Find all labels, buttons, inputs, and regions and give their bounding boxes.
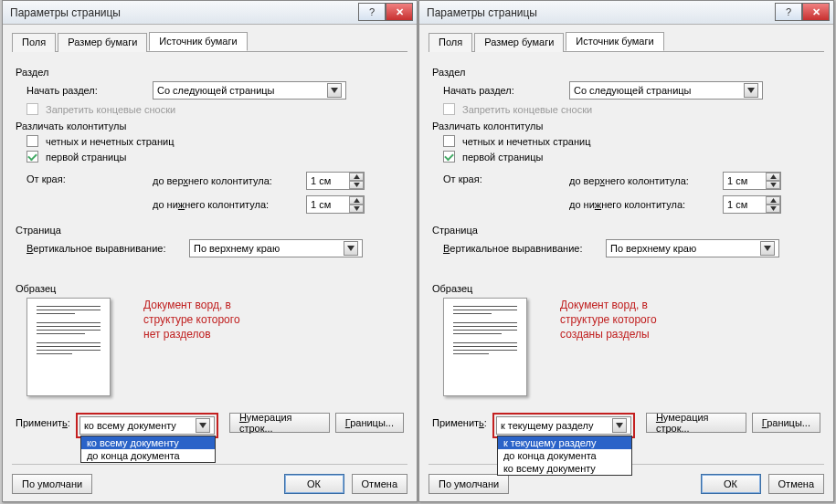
headers-header: Различать колонтитулы [16, 121, 404, 131]
spin-down-icon[interactable] [349, 181, 364, 189]
footer-distance-input[interactable]: 1 см [723, 195, 781, 214]
cancel-button[interactable]: Отмена [352, 474, 407, 494]
headers-header: Различать колонтитулы [432, 121, 820, 131]
chevron-down-icon[interactable] [327, 83, 342, 98]
page-preview [26, 298, 111, 396]
start-section-label: Начать раздел: [443, 85, 562, 96]
odd-even-checkbox[interactable] [443, 135, 455, 147]
apply-option[interactable]: к текущему разделу [498, 436, 631, 449]
valign-label: Вертикальное выравнивание: [26, 243, 182, 254]
apply-to-dropdown[interactable]: к текущему разделу до конца документа ко… [497, 436, 632, 476]
to-footer-label: до нижнего колонтитула: [153, 199, 299, 210]
to-header-label: до верхнего колонтитула: [569, 175, 715, 186]
footer-distance-input[interactable]: 1 см [306, 195, 365, 214]
apply-option[interactable]: ко всему документу [498, 462, 631, 475]
tabs: Поля Размер бумаги Источник бумаги [429, 32, 824, 52]
borders-button[interactable]: Границы... [752, 413, 820, 433]
ok-button[interactable]: ОК [701, 474, 761, 494]
titlebar[interactable]: Параметры страницы ? ✕ [3, 1, 417, 25]
apply-option[interactable]: ко всему документу [81, 436, 215, 449]
page-preview [443, 298, 527, 396]
apply-to-dropdown[interactable]: ко всему документу до конца документа [80, 436, 216, 463]
page-header: Страница [432, 225, 820, 236]
header-distance-input[interactable]: 1 см [306, 172, 365, 190]
tab-paper-source[interactable]: Источник бумаги [566, 32, 663, 51]
from-edge-label: От края: [443, 172, 562, 184]
spin-down-icon[interactable] [766, 181, 780, 189]
chevron-down-icon[interactable] [760, 241, 775, 256]
valign-label: Вертикальное выравнивание: [443, 243, 598, 254]
spin-up-icon[interactable] [349, 196, 364, 205]
start-section-label: Начать раздел: [26, 85, 145, 96]
line-numbers-button[interactable]: Нумерация строк... [229, 413, 330, 433]
suppress-endnotes-checkbox [26, 103, 38, 115]
tab-paper-size[interactable]: Размер бумаги [474, 33, 564, 52]
from-edge-label: От края: [26, 172, 145, 184]
ok-button[interactable]: ОК [284, 474, 344, 494]
to-footer-label: до нижнего колонтитула: [569, 199, 715, 210]
preview-header: Образец [432, 283, 820, 294]
spin-down-icon[interactable] [349, 205, 364, 213]
start-section-select[interactable]: Со следующей страницы [569, 81, 763, 100]
page-header: Страница [16, 225, 404, 236]
tab-fields[interactable]: Поля [429, 33, 472, 52]
suppress-endnotes-checkbox [443, 103, 455, 115]
window-title: Параметры страницы [427, 6, 537, 19]
suppress-endnotes-label: Запретить концевые сноски [46, 104, 175, 115]
valign-select[interactable]: По верхнему краю [189, 239, 363, 257]
first-page-checkbox[interactable] [26, 151, 38, 163]
chevron-down-icon[interactable] [344, 241, 358, 256]
suppress-endnotes-label: Запретить концевые сноски [462, 104, 592, 115]
titlebar[interactable]: Параметры страницы ? ✕ [419, 1, 833, 25]
odd-even-label: четных и нечетных страниц [46, 136, 174, 147]
odd-even-checkbox[interactable] [26, 135, 38, 147]
apply-to-select[interactable]: ко всему документу ко всему документу до… [79, 416, 215, 435]
spin-up-icon[interactable] [349, 173, 364, 181]
chevron-down-icon[interactable] [744, 83, 758, 98]
tab-fields[interactable]: Поля [12, 33, 56, 52]
apply-to-highlight: ко всему документу ко всему документу до… [76, 413, 218, 438]
window-title: Параметры страницы [10, 6, 121, 19]
tabs: Поля Размер бумаги Источник бумаги [12, 32, 407, 52]
first-page-label: первой страницы [46, 152, 126, 163]
spin-up-icon[interactable] [766, 173, 780, 181]
header-distance-input[interactable]: 1 см [723, 172, 781, 190]
preview-header: Образец [16, 283, 404, 294]
help-button[interactable]: ? [358, 3, 386, 21]
odd-even-label: четных и нечетных страниц [462, 136, 590, 147]
spin-up-icon[interactable] [766, 196, 780, 205]
apply-to-select[interactable]: к текущему разделу к текущему разделу до… [496, 416, 631, 435]
apply-to-highlight: к текущему разделу к текущему разделу до… [492, 413, 635, 438]
tab-paper-source[interactable]: Источник бумаги [149, 32, 247, 51]
apply-option[interactable]: до конца документа [81, 449, 215, 462]
spin-down-icon[interactable] [766, 205, 780, 213]
first-page-checkbox[interactable] [443, 151, 455, 163]
page-setup-dialog-right: Параметры страницы ? ✕ Поля Размер бумаг… [418, 0, 834, 502]
borders-button[interactable]: Границы... [335, 413, 404, 433]
start-section-select[interactable]: Со следующей страницы [153, 81, 346, 100]
annotation-text: Документ ворд, в структуре которого созд… [549, 298, 657, 342]
section-header: Раздел [432, 67, 820, 78]
line-numbers-button[interactable]: Нумерация строк... [646, 413, 746, 433]
tab-paper-size[interactable]: Размер бумаги [58, 33, 147, 52]
section-header: Раздел [16, 67, 404, 78]
annotation-text: Документ ворд, в структуре которого нет … [132, 298, 240, 342]
apply-option[interactable]: до конца документа [498, 449, 631, 462]
close-button[interactable]: ✕ [386, 3, 413, 21]
chevron-down-icon[interactable] [612, 418, 627, 433]
defaults-button[interactable]: По умолчани [429, 474, 509, 494]
to-header-label: до верхнего колонтитула: [153, 175, 299, 186]
cancel-button[interactable]: Отмена [768, 474, 824, 494]
defaults-button[interactable]: По умолчани [12, 474, 92, 494]
apply-to-label: Применить: [432, 413, 487, 428]
help-button[interactable]: ? [775, 3, 802, 21]
apply-to-label: Применить: [16, 413, 70, 428]
page-setup-dialog-left: Параметры страницы ? ✕ Поля Размер бумаг… [2, 0, 418, 502]
valign-select[interactable]: По верхнему краю [606, 239, 779, 257]
first-page-label: первой страницы [462, 152, 543, 163]
close-button[interactable]: ✕ [802, 3, 830, 21]
chevron-down-icon[interactable] [196, 418, 210, 433]
